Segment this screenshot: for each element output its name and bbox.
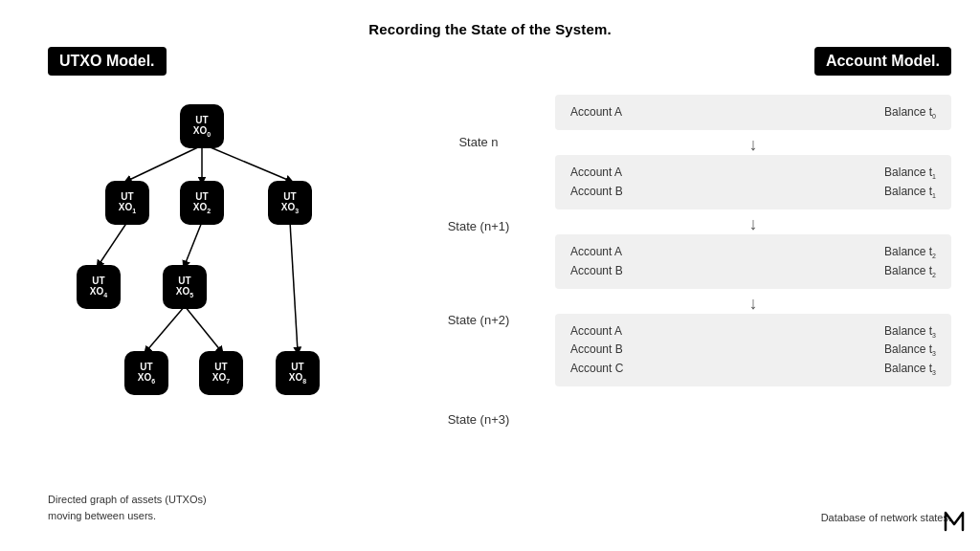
main-content: UTXO Model. xyxy=(0,37,980,540)
account-c-3: Account C xyxy=(570,361,753,377)
arrow-3: ↓ xyxy=(555,295,951,312)
state-n: State n xyxy=(402,104,555,179)
svg-line-3 xyxy=(99,222,127,265)
svg-line-5 xyxy=(290,222,298,351)
account-badge: Account Model. xyxy=(814,47,951,76)
account-b-2: Account B xyxy=(570,263,753,279)
state-n2: State (n+2) xyxy=(402,273,555,366)
balance-t3-c: Balance t3 xyxy=(753,361,936,377)
svg-line-2 xyxy=(206,145,290,181)
state-n1: State (n+1) xyxy=(402,179,555,273)
utxo-node-4: UTXO4 xyxy=(77,265,121,309)
utxo-node-1: UTXO1 xyxy=(105,181,149,225)
page-title: Recording the State of the System. xyxy=(0,0,980,37)
account-a-0: Account A xyxy=(570,104,753,121)
account-b-3: Account B xyxy=(570,342,753,358)
account-tables: Account A Balance t0 ↓ Account A Balance… xyxy=(555,95,951,390)
account-table-0: Account A Balance t0 xyxy=(555,95,951,130)
balance-t0: Balance t0 xyxy=(753,104,936,121)
balance-t2-b: Balance t2 xyxy=(753,263,936,279)
balance-t3-a: Balance t3 xyxy=(753,323,936,340)
account-caption: Database of network states. xyxy=(821,512,951,523)
utxo-caption: Directed graph of assets (UTXOs) moving … xyxy=(48,492,207,523)
logo-icon xyxy=(944,511,965,532)
utxo-section: UTXO Model. xyxy=(0,37,402,540)
arrow-2: ↓ xyxy=(555,215,951,232)
utxo-badge: UTXO Model. xyxy=(48,47,167,76)
utxo-caption-line2: moving between users. xyxy=(48,508,207,524)
account-table-3: Account A Balance t3 Account B Balance t… xyxy=(555,314,951,386)
svg-line-6 xyxy=(146,306,185,351)
account-b-1: Account B xyxy=(570,184,753,200)
balance-t2-a: Balance t2 xyxy=(753,244,936,260)
utxo-node-0: UTXO0 xyxy=(180,104,224,148)
states-section: State n State (n+1) State (n+2) State (n… xyxy=(402,37,555,540)
balance-t3-b: Balance t3 xyxy=(753,342,936,358)
utxo-node-2: UTXO2 xyxy=(180,181,224,225)
svg-line-7 xyxy=(185,306,221,351)
utxo-node-7: UTXO7 xyxy=(199,351,243,395)
svg-line-4 xyxy=(185,222,202,265)
account-a-2: Account A xyxy=(570,244,753,260)
utxo-node-6: UTXO6 xyxy=(124,351,168,395)
account-a-3: Account A xyxy=(570,323,753,340)
svg-line-0 xyxy=(127,145,202,181)
account-table-1: Account A Balance t1 Account B Balance t… xyxy=(555,155,951,209)
utxo-tree: UTXO0 UTXO1 UTXO2 UTXO3 UTXO4 UTXO5 xyxy=(48,85,354,430)
utxo-node-3: UTXO3 xyxy=(268,181,312,225)
balance-t1-b: Balance t1 xyxy=(753,184,936,200)
state-n3: State (n+3) xyxy=(402,366,555,472)
account-a-1: Account A xyxy=(570,165,753,181)
arrow-1: ↓ xyxy=(555,136,951,153)
utxo-node-5: UTXO5 xyxy=(163,265,207,309)
balance-t1-a: Balance t1 xyxy=(753,165,936,181)
utxo-caption-line1: Directed graph of assets (UTXOs) xyxy=(48,492,207,508)
utxo-node-8: UTXO8 xyxy=(276,351,320,395)
brand-logo xyxy=(944,511,965,538)
account-table-2: Account A Balance t2 Account B Balance t… xyxy=(555,234,951,289)
account-section: Account Model. Account A Balance t0 ↓ Ac… xyxy=(555,37,980,540)
